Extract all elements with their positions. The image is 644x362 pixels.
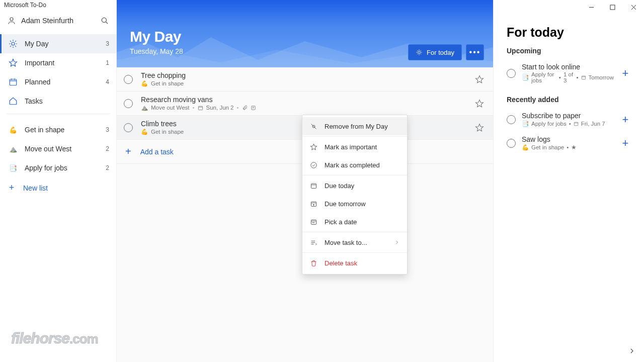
svg-marker-12	[10, 59, 17, 66]
svg-line-2	[106, 22, 108, 24]
list-chip-icon: ⛰️	[141, 104, 148, 111]
star-toggle[interactable]	[475, 75, 484, 84]
nav-list-apply-for-jobs[interactable]: 📑 Apply for jobs 2	[0, 158, 116, 177]
star-icon	[9, 58, 18, 67]
star-toggle[interactable]	[475, 99, 484, 108]
nav-count: 1	[106, 59, 109, 66]
window-controls	[494, 0, 644, 14]
add-to-my-day-button[interactable]: +	[620, 138, 631, 149]
suggestion-item[interactable]: Start to look online 📑 Apply for jobs • …	[507, 60, 631, 88]
svg-line-25	[417, 54, 418, 54]
task-row[interactable]: Tree chopping 💪 Get in shape	[117, 67, 493, 92]
suggestion-title: Start to look online	[522, 63, 614, 71]
svg-line-10	[16, 41, 16, 41]
svg-rect-13	[10, 79, 17, 85]
main-pane: My Day Tuesday, May 28 For today ••• Tre…	[117, 0, 493, 362]
ctx-mark-completed[interactable]: Mark as completed	[302, 156, 407, 174]
collapse-panel-button[interactable]	[625, 344, 639, 358]
plus-icon: +	[125, 146, 131, 157]
svg-rect-29	[251, 106, 255, 109]
complete-toggle[interactable]	[124, 99, 133, 108]
ctx-due-tomorrow[interactable]: Due tomorrow	[302, 195, 407, 213]
nav-label: Apply for jobs	[25, 164, 99, 172]
complete-toggle[interactable]	[507, 69, 516, 78]
nav-list-get-in-shape[interactable]: 💪 Get in shape 3	[0, 120, 116, 139]
ctx-label: Move task to...	[325, 239, 367, 246]
svg-point-45	[313, 222, 314, 223]
window-maximize-button[interactable]	[602, 0, 623, 14]
user-name: Adam Steinfurth	[21, 17, 95, 25]
svg-line-22	[417, 50, 418, 51]
more-options-button[interactable]: •••	[466, 44, 484, 60]
suggestion-list: Get in shape	[531, 144, 564, 150]
for-today-label: For today	[427, 49, 454, 56]
ctx-separator	[302, 175, 407, 175]
ctx-remove-from-my-day[interactable]: Remove from My Day	[302, 117, 407, 135]
suggestion-item[interactable]: Saw logs 💪 Get in shape • ★ +	[507, 132, 631, 156]
suggestions-title: For today	[507, 25, 631, 40]
nav-tasks[interactable]: Tasks	[0, 92, 116, 111]
window-minimize-button[interactable]	[581, 0, 602, 14]
ctx-label: Due tomorrow	[325, 200, 366, 208]
svg-point-0	[10, 18, 13, 21]
section-recent: Recently added	[507, 96, 631, 104]
add-to-my-day-button[interactable]: +	[620, 114, 631, 125]
chevron-right-icon	[394, 239, 400, 245]
attachment-icon	[242, 105, 248, 111]
nav-planned[interactable]: Planned 4	[0, 72, 116, 92]
nav-separator	[6, 114, 110, 114]
complete-toggle[interactable]	[507, 115, 516, 124]
list-chip-icon: 📑	[522, 120, 529, 127]
nav-label: Get in shape	[25, 126, 99, 134]
task-row[interactable]: Research moving vans ⛰️ Move out West • …	[117, 92, 493, 116]
complete-toggle[interactable]	[124, 123, 133, 132]
trash-icon	[309, 259, 317, 267]
plus-icon: +	[7, 183, 16, 193]
nav-my-day[interactable]: My Day 3	[0, 34, 116, 53]
app-title: Microsoft To-Do	[0, 0, 116, 10]
ctx-pick-date[interactable]: Pick a date	[302, 213, 407, 231]
suggestions-panel: For today Upcoming Start to look online …	[493, 0, 644, 362]
document-icon: 📑	[9, 163, 18, 172]
calendar-pick-icon	[309, 218, 317, 226]
complete-toggle[interactable]	[507, 139, 516, 148]
add-task-label: Add a task	[140, 148, 174, 156]
svg-marker-32	[476, 100, 484, 107]
task-list-name: Get in shape	[151, 80, 184, 86]
calendar-icon	[198, 105, 203, 111]
ctx-due-today[interactable]: Due today	[302, 176, 407, 195]
nav-label: Move out West	[25, 145, 99, 153]
calendar-today-icon	[309, 182, 317, 190]
svg-rect-55	[574, 122, 578, 126]
new-list-button[interactable]: + New list	[0, 177, 116, 198]
suggestion-title: Subscribe to paper	[522, 112, 614, 120]
ctx-delete[interactable]: Delete task	[302, 254, 407, 272]
nav-label: Tasks	[25, 97, 109, 105]
ctx-mark-important[interactable]: Mark as important	[302, 138, 407, 156]
calendar-icon	[581, 75, 586, 80]
add-to-my-day-button[interactable]: +	[620, 68, 631, 79]
list-chip-icon: 💪	[141, 80, 148, 87]
search-icon[interactable]	[100, 16, 109, 25]
ctx-move-task[interactable]: Move task to...	[302, 233, 407, 251]
star-toggle[interactable]	[475, 123, 484, 132]
complete-toggle[interactable]	[124, 75, 133, 84]
user-row[interactable]: Adam Steinfurth	[0, 10, 116, 31]
suggestion-item[interactable]: Subscribe to paper 📑 Apply for jobs • Fr…	[507, 109, 631, 132]
user-avatar-icon	[7, 16, 16, 25]
svg-marker-36	[310, 144, 317, 150]
ctx-label: Due today	[325, 182, 354, 190]
nav-list-move-out-west[interactable]: ⛰️ Move out West 2	[0, 139, 116, 158]
calendar-icon	[9, 77, 18, 86]
task-meta: 💪 Get in shape	[141, 80, 475, 87]
nav-builtin: My Day 3 Important 1 Planned 4	[0, 34, 116, 111]
suggestion-list: Apply for jobs	[531, 71, 556, 83]
svg-line-11	[10, 46, 11, 47]
nav-label: Planned	[25, 78, 99, 86]
for-today-button[interactable]: For today	[408, 44, 462, 60]
svg-line-24	[421, 50, 421, 51]
sun-remove-icon	[309, 122, 317, 130]
window-close-button[interactable]	[623, 0, 644, 14]
nav-important[interactable]: Important 1	[0, 53, 116, 72]
nav-label: My Day	[25, 40, 99, 48]
